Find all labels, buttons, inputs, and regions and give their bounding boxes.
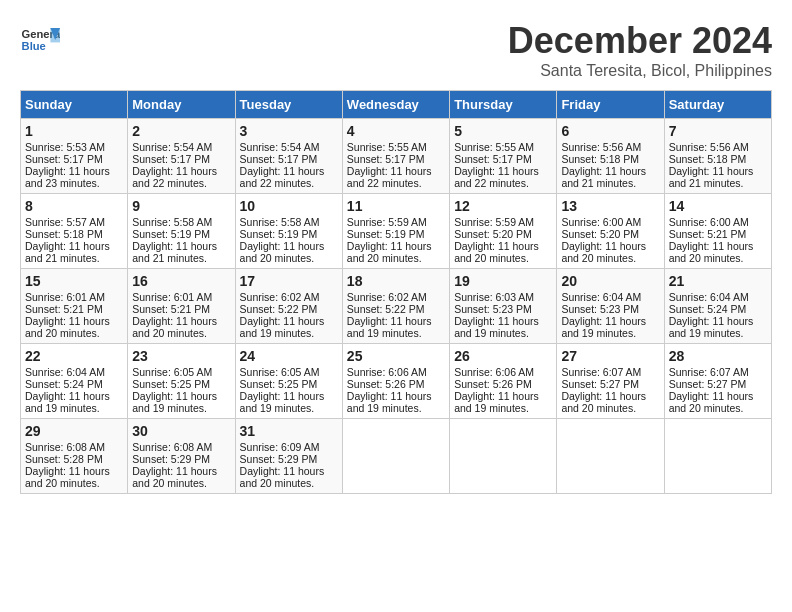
- daylight: Daylight: 11 hours and 19 minutes.: [25, 390, 110, 414]
- daylight: Daylight: 11 hours and 20 minutes.: [25, 315, 110, 339]
- week-row-2: 15Sunrise: 6:01 AMSunset: 5:21 PMDayligh…: [21, 269, 772, 344]
- sunrise: Sunrise: 6:05 AM: [240, 366, 320, 378]
- sunset: Sunset: 5:26 PM: [454, 378, 532, 390]
- daylight: Daylight: 11 hours and 20 minutes.: [669, 240, 754, 264]
- day-number: 7: [669, 123, 767, 139]
- sunrise: Sunrise: 6:03 AM: [454, 291, 534, 303]
- week-row-1: 8Sunrise: 5:57 AMSunset: 5:18 PMDaylight…: [21, 194, 772, 269]
- sunrise: Sunrise: 6:05 AM: [132, 366, 212, 378]
- daylight: Daylight: 11 hours and 19 minutes.: [561, 315, 646, 339]
- daylight: Daylight: 11 hours and 20 minutes.: [132, 465, 217, 489]
- day-number: 9: [132, 198, 230, 214]
- day-cell: 9Sunrise: 5:58 AMSunset: 5:19 PMDaylight…: [128, 194, 235, 269]
- sunset: Sunset: 5:20 PM: [561, 228, 639, 240]
- sunrise: Sunrise: 5:57 AM: [25, 216, 105, 228]
- day-cell: 30Sunrise: 6:08 AMSunset: 5:29 PMDayligh…: [128, 419, 235, 494]
- header-cell-tuesday: Tuesday: [235, 91, 342, 119]
- day-cell: 4Sunrise: 5:55 AMSunset: 5:17 PMDaylight…: [342, 119, 449, 194]
- sunset: Sunset: 5:25 PM: [240, 378, 318, 390]
- sunset: Sunset: 5:21 PM: [25, 303, 103, 315]
- day-number: 10: [240, 198, 338, 214]
- sunrise: Sunrise: 6:07 AM: [561, 366, 641, 378]
- daylight: Daylight: 11 hours and 19 minutes.: [669, 315, 754, 339]
- day-number: 1: [25, 123, 123, 139]
- sunset: Sunset: 5:29 PM: [132, 453, 210, 465]
- sunset: Sunset: 5:18 PM: [25, 228, 103, 240]
- sunset: Sunset: 5:19 PM: [347, 228, 425, 240]
- day-cell: [342, 419, 449, 494]
- daylight: Daylight: 11 hours and 21 minutes.: [561, 165, 646, 189]
- day-cell: 18Sunrise: 6:02 AMSunset: 5:22 PMDayligh…: [342, 269, 449, 344]
- day-number: 27: [561, 348, 659, 364]
- logo: General Blue: [20, 20, 64, 60]
- day-cell: 20Sunrise: 6:04 AMSunset: 5:23 PMDayligh…: [557, 269, 664, 344]
- daylight: Daylight: 11 hours and 19 minutes.: [347, 315, 432, 339]
- sunset: Sunset: 5:21 PM: [669, 228, 747, 240]
- sunrise: Sunrise: 6:04 AM: [25, 366, 105, 378]
- day-cell: 1Sunrise: 5:53 AMSunset: 5:17 PMDaylight…: [21, 119, 128, 194]
- day-number: 14: [669, 198, 767, 214]
- sunrise: Sunrise: 6:06 AM: [454, 366, 534, 378]
- day-cell: [664, 419, 771, 494]
- day-cell: 17Sunrise: 6:02 AMSunset: 5:22 PMDayligh…: [235, 269, 342, 344]
- sunrise: Sunrise: 5:54 AM: [132, 141, 212, 153]
- day-cell: 16Sunrise: 6:01 AMSunset: 5:21 PMDayligh…: [128, 269, 235, 344]
- daylight: Daylight: 11 hours and 19 minutes.: [240, 315, 325, 339]
- daylight: Daylight: 11 hours and 20 minutes.: [454, 240, 539, 264]
- sunrise: Sunrise: 6:01 AM: [25, 291, 105, 303]
- svg-marker-3: [50, 28, 60, 42]
- sunrise: Sunrise: 6:04 AM: [561, 291, 641, 303]
- header-cell-wednesday: Wednesday: [342, 91, 449, 119]
- sunset: Sunset: 5:24 PM: [25, 378, 103, 390]
- day-number: 3: [240, 123, 338, 139]
- daylight: Daylight: 11 hours and 20 minutes.: [347, 240, 432, 264]
- sunrise: Sunrise: 5:59 AM: [454, 216, 534, 228]
- daylight: Daylight: 11 hours and 22 minutes.: [454, 165, 539, 189]
- day-number: 20: [561, 273, 659, 289]
- sunset: Sunset: 5:22 PM: [240, 303, 318, 315]
- daylight: Daylight: 11 hours and 20 minutes.: [669, 390, 754, 414]
- day-cell: 3Sunrise: 5:54 AMSunset: 5:17 PMDaylight…: [235, 119, 342, 194]
- calendar-table: SundayMondayTuesdayWednesdayThursdayFrid…: [20, 90, 772, 494]
- location-title: Santa Teresita, Bicol, Philippines: [508, 62, 772, 80]
- sunset: Sunset: 5:20 PM: [454, 228, 532, 240]
- day-number: 22: [25, 348, 123, 364]
- sunset: Sunset: 5:18 PM: [561, 153, 639, 165]
- day-cell: 19Sunrise: 6:03 AMSunset: 5:23 PMDayligh…: [450, 269, 557, 344]
- sunset: Sunset: 5:17 PM: [25, 153, 103, 165]
- sunrise: Sunrise: 6:08 AM: [132, 441, 212, 453]
- day-number: 2: [132, 123, 230, 139]
- header: General Blue December 2024 Santa Teresit…: [20, 20, 772, 80]
- day-cell: 13Sunrise: 6:00 AMSunset: 5:20 PMDayligh…: [557, 194, 664, 269]
- day-number: 18: [347, 273, 445, 289]
- sunrise: Sunrise: 5:58 AM: [132, 216, 212, 228]
- sunset: Sunset: 5:23 PM: [561, 303, 639, 315]
- day-number: 11: [347, 198, 445, 214]
- sunrise: Sunrise: 6:02 AM: [240, 291, 320, 303]
- sunset: Sunset: 5:25 PM: [132, 378, 210, 390]
- day-number: 30: [132, 423, 230, 439]
- day-number: 15: [25, 273, 123, 289]
- logo-icon: General Blue: [20, 20, 60, 60]
- day-number: 23: [132, 348, 230, 364]
- day-cell: 6Sunrise: 5:56 AMSunset: 5:18 PMDaylight…: [557, 119, 664, 194]
- title-area: December 2024 Santa Teresita, Bicol, Phi…: [508, 20, 772, 80]
- sunrise: Sunrise: 6:00 AM: [561, 216, 641, 228]
- day-cell: 26Sunrise: 6:06 AMSunset: 5:26 PMDayligh…: [450, 344, 557, 419]
- sunset: Sunset: 5:23 PM: [454, 303, 532, 315]
- daylight: Daylight: 11 hours and 20 minutes.: [240, 240, 325, 264]
- week-row-3: 22Sunrise: 6:04 AMSunset: 5:24 PMDayligh…: [21, 344, 772, 419]
- day-number: 13: [561, 198, 659, 214]
- sunrise: Sunrise: 6:01 AM: [132, 291, 212, 303]
- sunset: Sunset: 5:17 PM: [347, 153, 425, 165]
- header-cell-friday: Friday: [557, 91, 664, 119]
- week-row-0: 1Sunrise: 5:53 AMSunset: 5:17 PMDaylight…: [21, 119, 772, 194]
- daylight: Daylight: 11 hours and 19 minutes.: [454, 390, 539, 414]
- daylight: Daylight: 11 hours and 20 minutes.: [561, 390, 646, 414]
- sunrise: Sunrise: 6:08 AM: [25, 441, 105, 453]
- sunrise: Sunrise: 5:59 AM: [347, 216, 427, 228]
- day-cell: 11Sunrise: 5:59 AMSunset: 5:19 PMDayligh…: [342, 194, 449, 269]
- sunrise: Sunrise: 6:02 AM: [347, 291, 427, 303]
- daylight: Daylight: 11 hours and 19 minutes.: [454, 315, 539, 339]
- header-cell-thursday: Thursday: [450, 91, 557, 119]
